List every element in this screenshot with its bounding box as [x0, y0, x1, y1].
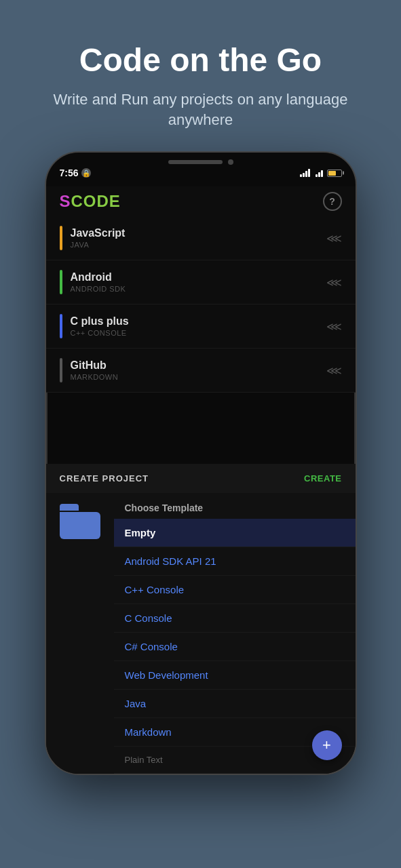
project-item-js[interactable]: JavaScript JAVA ⋘ — [46, 216, 356, 260]
pill-dot — [228, 159, 233, 165]
template-item-csharp[interactable]: C# Console — [114, 633, 356, 661]
template-item-c[interactable]: C Console — [114, 604, 356, 633]
folder-icon — [60, 504, 100, 539]
github-name: GitHub — [71, 359, 326, 372]
create-project-header: CREATE PROJECT CREATE — [46, 464, 356, 493]
js-indicator — [60, 226, 62, 250]
status-icons — [300, 169, 342, 177]
android-name: Android — [71, 271, 326, 283]
app-logo: SCODE — [60, 192, 121, 211]
cpp-info: C plus plus C++ CONSOLE — [71, 315, 326, 337]
template-item-cpp[interactable]: C++ Console — [114, 576, 356, 604]
lock-icon: 🔒 — [81, 168, 91, 178]
cpp-name: C plus plus — [71, 315, 326, 328]
js-info: JavaScript JAVA — [71, 227, 326, 249]
status-bar: 7:56 🔒 — [46, 153, 356, 186]
template-item-empty[interactable]: Empty — [114, 519, 356, 547]
hero-title: Code on the Go — [27, 41, 374, 80]
cpp-indicator — [60, 314, 62, 338]
android-indicator — [60, 270, 62, 294]
js-name: JavaScript — [71, 227, 326, 239]
power-button[interactable] — [356, 288, 357, 329]
github-lang: MARKDOWN — [71, 373, 326, 381]
hero-section: Code on the Go Write and Run any project… — [0, 0, 401, 151]
folder-tab — [60, 504, 79, 511]
choose-template-label: Choose Template — [114, 493, 356, 519]
github-indicator — [60, 358, 62, 382]
template-item-web[interactable]: Web Development — [114, 661, 356, 690]
folder-back — [60, 512, 100, 539]
create-button[interactable]: CREATE — [304, 473, 341, 484]
status-time: 7:56 🔒 — [60, 167, 91, 178]
project-item-cpp[interactable]: C plus plus C++ CONSOLE ⋘ — [46, 304, 356, 349]
logo-s: S — [60, 192, 71, 210]
template-item-java[interactable]: Java — [114, 690, 356, 718]
android-info: Android ANDROID SDK — [71, 271, 326, 293]
project-item-github[interactable]: GitHub MARKDOWN ⋘ — [46, 349, 356, 393]
hero-subtitle: Write and Run any projects on any langua… — [27, 90, 374, 132]
create-project-panel: CREATE PROJECT CREATE Choose Template Em… — [46, 464, 356, 774]
app-header: SCODE ? — [46, 186, 356, 216]
android-lang: ANDROID SDK — [71, 285, 326, 293]
android-share-icon[interactable]: ⋘ — [326, 276, 342, 289]
github-share-icon[interactable]: ⋘ — [326, 364, 342, 377]
folder-icon-area — [46, 493, 114, 774]
github-info: GitHub MARKDOWN — [71, 359, 326, 381]
signal-icon — [300, 169, 310, 177]
pill-bar — [168, 160, 223, 164]
template-item-android[interactable]: Android SDK API 21 — [114, 547, 356, 576]
js-lang: JAVA — [71, 241, 326, 249]
battery-icon — [327, 170, 342, 177]
create-project-body: Choose Template Empty Android SDK API 21… — [46, 493, 356, 774]
js-share-icon[interactable]: ⋘ — [326, 232, 342, 245]
logo-code: CODE — [71, 192, 121, 210]
project-list: JavaScript JAVA ⋘ Android ANDROID SDK ⋘ … — [46, 216, 356, 393]
cpp-lang: C++ CONSOLE — [71, 329, 326, 337]
phone-frame: 7:56 🔒 SCODE — [45, 151, 357, 775]
fab-button[interactable]: + — [312, 730, 342, 760]
project-item-android[interactable]: Android ANDROID SDK ⋘ — [46, 260, 356, 304]
wifi-icon — [316, 169, 323, 177]
cpp-share-icon[interactable]: ⋘ — [326, 320, 342, 333]
help-button[interactable]: ? — [323, 192, 342, 211]
create-project-title: CREATE PROJECT — [60, 473, 149, 484]
dynamic-island — [168, 159, 233, 165]
